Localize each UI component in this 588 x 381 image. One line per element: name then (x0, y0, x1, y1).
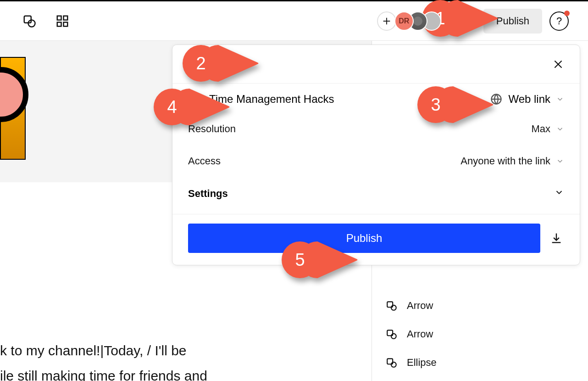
callout-number: 2 (196, 54, 205, 73)
callout-number: 5 (295, 250, 305, 270)
svg-point-9 (391, 305, 396, 310)
access-row[interactable]: Access Anyone with the link (172, 145, 580, 177)
grid-icon[interactable] (55, 14, 70, 28)
share-mode-value: Web link (508, 93, 550, 106)
chevron-down-icon (556, 95, 564, 103)
layer-label: Arrow (407, 300, 433, 312)
chevron-down-icon (556, 125, 564, 133)
document-text-line: ile still making time for friends and (0, 368, 207, 381)
svg-rect-3 (64, 16, 68, 20)
shape-icon (386, 328, 398, 340)
layer-item[interactable]: Ellipse (372, 348, 588, 377)
svg-rect-0 (24, 16, 31, 22)
access-value: Anyone with the link (460, 155, 550, 167)
chevron-down-icon (554, 187, 564, 197)
notification-dot (564, 11, 570, 16)
resolution-value: Max (531, 123, 550, 135)
settings-label: Settings (188, 188, 228, 200)
avatar: DR (394, 11, 414, 31)
app-header: DR Publish ? (0, 1, 588, 41)
svg-rect-4 (57, 22, 61, 26)
clock-illustration (0, 67, 28, 122)
settings-row[interactable]: Settings (172, 177, 580, 214)
svg-rect-2 (57, 16, 61, 20)
artwork-thumbnail (0, 57, 26, 160)
callout-number: 3 (431, 95, 440, 115)
svg-rect-5 (64, 22, 68, 26)
shape-icon (386, 357, 398, 369)
access-label: Access (188, 155, 221, 167)
shape-icon (386, 300, 398, 312)
add-button[interactable] (377, 11, 396, 31)
layer-item[interactable]: Arrow (372, 320, 588, 348)
header-left (0, 14, 70, 28)
modal-footer: Publish (172, 214, 580, 265)
layer-list: Arrow Arrow Ellipse (372, 291, 588, 377)
layer-label: Arrow (407, 328, 433, 340)
shapes-icon[interactable] (22, 14, 37, 28)
svg-point-11 (391, 334, 396, 339)
callout-number: 4 (167, 97, 177, 117)
publish-primary-button[interactable]: Publish (188, 224, 540, 253)
project-row[interactable]: Time Management Hacks Web link (172, 84, 580, 113)
svg-point-13 (391, 362, 396, 367)
resolution-row[interactable]: Resolution Max (172, 113, 580, 145)
help-button[interactable]: ? (549, 11, 569, 31)
collaborator-avatars[interactable]: DR (404, 11, 441, 31)
layer-label: Ellipse (407, 357, 437, 369)
close-button[interactable] (552, 58, 564, 72)
document-text-line: k to my channel!|Today, / I'll be (0, 340, 349, 362)
chevron-down-icon (556, 157, 564, 165)
download-button[interactable] (549, 230, 564, 246)
layer-item[interactable]: Arrow (372, 291, 588, 320)
help-icon: ? (556, 15, 562, 27)
